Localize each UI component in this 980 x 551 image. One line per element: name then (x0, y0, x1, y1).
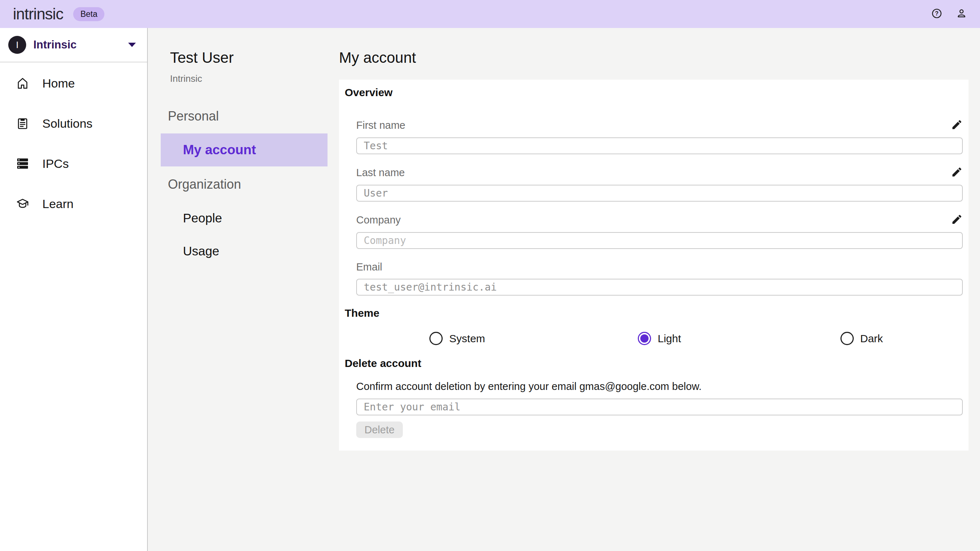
edit-company-button[interactable] (951, 213, 963, 226)
field-label: Email (356, 262, 382, 272)
org-avatar: I (8, 36, 26, 54)
graduation-cap-icon (16, 197, 29, 210)
theme-heading: Theme (345, 308, 963, 318)
radio-label: System (449, 333, 485, 345)
theme-option-light[interactable]: Light (558, 332, 761, 345)
radio-icon[interactable] (430, 332, 443, 345)
server-list-icon (16, 157, 29, 170)
subnav-sections: Personal My account Organization People … (161, 110, 339, 268)
settings-subnav: Test User Intrinsic Personal My account … (148, 28, 339, 551)
user-org: Intrinsic (170, 74, 339, 83)
sidebar-item-ipcs[interactable]: IPCs (0, 143, 147, 184)
overview-heading: Overview (345, 87, 963, 98)
home-icon (16, 76, 29, 90)
pencil-icon (951, 166, 963, 179)
radio-label: Light (657, 333, 681, 345)
pencil-icon (951, 119, 963, 132)
clipboard-icon (16, 116, 29, 130)
company-input[interactable] (356, 232, 963, 249)
sidebar-item-learn[interactable]: Learn (0, 184, 147, 224)
chevron-down-icon (128, 42, 136, 47)
field-email: Email (356, 261, 963, 296)
topbar: intrinsic Beta ? (0, 0, 980, 28)
content-area: Test User Intrinsic Personal My account … (148, 28, 980, 551)
subnav-item-people[interactable]: People (161, 202, 328, 235)
section-label-organization: Organization (161, 178, 339, 191)
sidebar-item-home[interactable]: Home (0, 63, 147, 104)
delete-confirm-text: Confirm account deletion by entering you… (356, 381, 963, 392)
field-last-name: Last name (356, 166, 963, 202)
user-name: Test User (170, 50, 339, 65)
edit-last-name-button[interactable] (951, 166, 963, 179)
sidebar-item-solutions[interactable]: Solutions (0, 104, 147, 143)
main-panel: My account Overview First name (339, 28, 980, 551)
delete-button[interactable]: Delete (356, 422, 403, 438)
theme-option-dark[interactable]: Dark (760, 332, 963, 345)
org-selector[interactable]: I Intrinsic (0, 28, 147, 62)
delete-confirm-email-input[interactable] (356, 398, 963, 416)
app-logo: intrinsic (13, 5, 63, 23)
delete-account-body: Confirm account deletion by entering you… (345, 381, 963, 438)
subnav-items-organization: People Usage (161, 202, 339, 268)
sidebar-item-label: Solutions (42, 116, 92, 131)
first-name-input[interactable] (356, 137, 963, 154)
email-input[interactable] (356, 279, 963, 296)
last-name-input[interactable] (356, 185, 963, 202)
account-card: Overview First name (339, 80, 969, 451)
theme-options: System Light Dark (345, 332, 963, 345)
sidebar: I Intrinsic Home (0, 28, 148, 551)
svg-text:?: ? (935, 10, 939, 16)
subnav-item-usage[interactable]: Usage (161, 235, 328, 268)
org-selector-name: Intrinsic (33, 38, 77, 51)
sidebar-item-label: Learn (42, 197, 73, 211)
radio-icon[interactable] (638, 332, 651, 345)
section-label-personal: Personal (161, 110, 339, 123)
field-company: Company (356, 213, 963, 249)
person-icon (956, 8, 967, 20)
theme-option-system[interactable]: System (356, 332, 558, 345)
topbar-icons: ? (931, 8, 967, 20)
radio-icon[interactable] (840, 332, 854, 345)
field-label: First name (356, 120, 405, 131)
help-button[interactable]: ? (931, 8, 942, 20)
subnav-items-personal: My account (161, 134, 339, 166)
subnav-user-block: Test User Intrinsic (161, 28, 339, 83)
delete-account-heading: Delete account (345, 358, 963, 369)
pencil-icon (951, 213, 963, 226)
sidebar-nav-list: Home Solutions (0, 62, 147, 224)
subnav-item-my-account[interactable]: My account (161, 134, 328, 166)
edit-first-name-button[interactable] (951, 119, 963, 132)
field-first-name: First name (356, 119, 963, 154)
sidebar-item-label: IPCs (42, 157, 69, 171)
account-menu-button[interactable] (956, 8, 967, 20)
field-label: Company (356, 215, 401, 225)
field-label: Last name (356, 167, 405, 178)
overview-fields: First name Last name (345, 119, 963, 296)
sidebar-item-label: Home (42, 76, 75, 91)
page-title: My account (339, 50, 969, 65)
app-body: I Intrinsic Home (0, 28, 980, 551)
radio-label: Dark (860, 333, 883, 345)
beta-badge: Beta (73, 7, 104, 21)
help-icon: ? (931, 8, 942, 20)
